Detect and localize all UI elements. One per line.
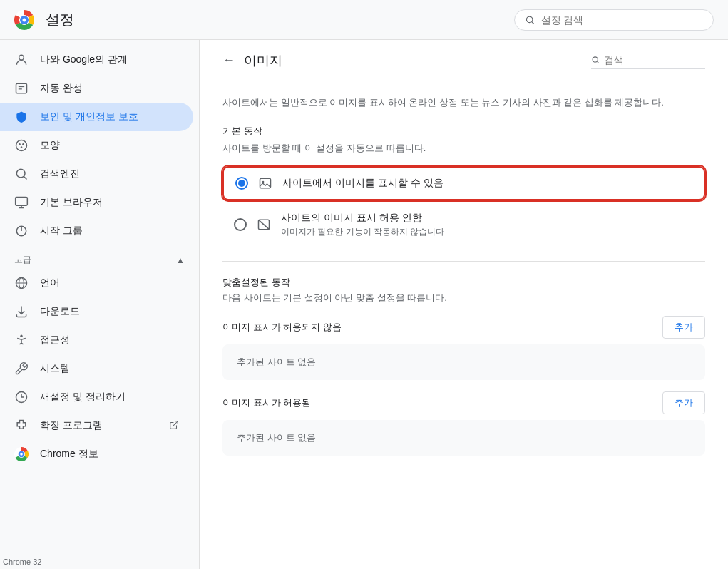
svg-point-25	[20, 335, 22, 337]
svg-point-15	[16, 169, 25, 178]
sidebar-label-privacy: 보안 및 개인정보 보호	[40, 111, 138, 123]
svg-line-6	[532, 21, 534, 24]
radio-circle-block	[234, 218, 247, 231]
allowed-empty-state: 추가된 사이트 없음	[222, 420, 705, 456]
svg-point-7	[19, 55, 24, 60]
svg-line-34	[598, 61, 599, 63]
radio-block-sublabel: 이미지가 필요한 기능이 작동하지 않습니다	[281, 226, 444, 238]
sidebar-label-about: Chrome 정보	[40, 448, 98, 461]
sidebar-item-system[interactable]: 시스템	[0, 354, 193, 383]
content-search-icon	[591, 55, 600, 65]
reset-icon	[14, 390, 29, 404]
sidebar-label-accessibility: 접근성	[40, 334, 70, 347]
wrench-icon	[14, 362, 29, 376]
svg-point-32	[20, 453, 23, 456]
puzzle-icon	[14, 419, 29, 433]
sidebar-item-profile[interactable]: 나와 Google의 관계	[0, 46, 193, 74]
svg-point-4	[23, 18, 26, 21]
search-icon	[525, 14, 535, 26]
sidebar-label-autofill: 자동 완성	[40, 82, 83, 95]
palette-icon	[14, 138, 29, 153]
sidebar-item-search[interactable]: 검색엔진	[0, 160, 193, 188]
content-search-input[interactable]	[604, 54, 705, 66]
sidebar-item-browser[interactable]: 기본 브라우저	[0, 188, 193, 217]
svg-line-16	[24, 177, 27, 180]
sidebar-label-browser: 기본 브라우저	[40, 196, 103, 209]
sidebar-label-profile: 나와 Google의 관계	[40, 53, 128, 66]
radio-allow-label: 사이트에서 이미지를 표시할 수 있음	[282, 177, 444, 190]
allowed-add-button[interactable]: 추가	[662, 391, 705, 414]
globe-icon	[14, 276, 29, 290]
radio-block-label: 사이트의 이미지 표시 허용 안함	[281, 212, 444, 225]
svg-point-33	[593, 57, 598, 62]
content-title: 이미지	[244, 52, 282, 69]
shield-icon	[14, 110, 29, 124]
sidebar-item-autofill[interactable]: 자동 완성	[0, 74, 193, 103]
chrome-logo	[14, 10, 34, 30]
sidebar-label-extensions: 확장 프로그램	[40, 419, 103, 432]
download-icon	[14, 304, 29, 319]
badge-icon	[14, 81, 29, 96]
sidebar-advanced-label: 고급	[14, 254, 31, 266]
header-search-input[interactable]	[541, 14, 703, 26]
radio-label-group-block: 사이트의 이미지 표시 허용 안함 이미지가 필요한 기능이 작동하지 않습니다	[281, 212, 444, 238]
sidebar-item-startup[interactable]: 시작 그룹	[0, 217, 193, 245]
app-title: 설정	[46, 10, 74, 29]
svg-point-13	[22, 143, 24, 145]
sidebar-label-search: 검색엔진	[40, 168, 80, 180]
radio-option-allow[interactable]: 사이트에서 이미지를 표시할 수 있음	[222, 166, 705, 200]
svg-rect-8	[16, 83, 27, 93]
svg-point-5	[526, 16, 532, 22]
content-search-box[interactable]	[591, 51, 705, 69]
svg-line-38	[259, 220, 270, 230]
allowed-label: 이미지 표시가 허용됨	[222, 396, 311, 409]
image-blocked-icon	[257, 217, 271, 232]
sidebar-item-extensions[interactable]: 확장 프로그램	[0, 411, 193, 440]
not-allowed-row: 이미지 표시가 허용되지 않음 추가	[222, 316, 705, 339]
custom-section-title: 맞춤설정된 동작	[222, 276, 705, 289]
sidebar-item-language[interactable]: 언어	[0, 269, 193, 297]
svg-point-12	[19, 143, 21, 145]
external-link-icon	[169, 420, 179, 432]
accessibility-icon	[14, 333, 29, 347]
power-icon	[14, 224, 29, 238]
chrome-version-label: Chrome 32	[3, 558, 41, 566]
svg-rect-35	[260, 178, 271, 188]
sidebar-label-reset: 재설정 및 정리하기	[40, 391, 125, 404]
sidebar-item-reset[interactable]: 재설정 및 정리하기	[0, 383, 193, 411]
not-allowed-empty-state: 추가된 사이트 없음	[222, 344, 705, 380]
default-behavior-desc: 사이트를 방문할 때 이 설정을 자동으로 따릅니다.	[222, 142, 705, 155]
radio-option-block[interactable]: 사이트의 이미지 표시 허용 안함 이미지가 필요한 기능이 작동하지 않습니다	[222, 203, 705, 247]
sidebar-label-downloads: 다운로드	[40, 305, 80, 318]
svg-point-11	[16, 140, 27, 151]
description-text: 사이트에서는 일반적으로 이미지를 표시하여 온라인 상점 또는 뉴스 기사의 …	[222, 96, 705, 111]
app-header: 설정	[0, 0, 728, 40]
sidebar-item-about[interactable]: Chrome 정보	[0, 440, 193, 468]
content-body: 사이트에서는 일반적으로 이미지를 표시하여 온라인 상점 또는 뉴스 기사의 …	[200, 81, 728, 481]
monitor-icon	[14, 195, 29, 210]
sidebar-item-accessibility[interactable]: 접근성	[0, 326, 193, 354]
chevron-up-icon[interactable]: ▲	[176, 255, 185, 265]
not-allowed-label: 이미지 표시가 허용되지 않음	[222, 321, 342, 334]
svg-line-27	[173, 421, 178, 425]
svg-point-14	[21, 146, 23, 148]
allowed-empty-text: 추가된 사이트 없음	[237, 432, 316, 443]
not-allowed-empty-text: 추가된 사이트 없음	[237, 357, 316, 367]
back-button[interactable]: ←	[222, 53, 235, 68]
sidebar-label-appearance: 모양	[40, 139, 60, 152]
main-layout: 나와 Google의 관계 자동 완성 보안 및 개인정보 보호 모양	[0, 40, 728, 569]
image-icon-allow	[258, 176, 272, 190]
default-behavior-title: 기본 동작	[222, 125, 705, 138]
search-sidebar-icon	[14, 167, 29, 181]
sidebar-item-privacy[interactable]: 보안 및 개인정보 보호	[0, 103, 193, 131]
custom-section-desc: 다음 사이트는 기본 설정이 아닌 맞춤 설정을 따릅니다.	[222, 292, 705, 304]
svg-point-36	[262, 180, 265, 183]
svg-rect-17	[16, 198, 28, 206]
sidebar-item-downloads[interactable]: 다운로드	[0, 297, 193, 326]
sidebar-label-startup: 시작 그룹	[40, 225, 83, 237]
content-area: ← 이미지 사이트에서는 일반적으로 이미지를 표시하여 온라인 상점 또는 뉴…	[200, 40, 728, 569]
not-allowed-add-button[interactable]: 추가	[662, 316, 705, 339]
sidebar-item-appearance[interactable]: 모양	[0, 131, 193, 160]
radio-label-group-allow: 사이트에서 이미지를 표시할 수 있음	[282, 177, 444, 190]
header-search-box[interactable]	[514, 9, 714, 31]
